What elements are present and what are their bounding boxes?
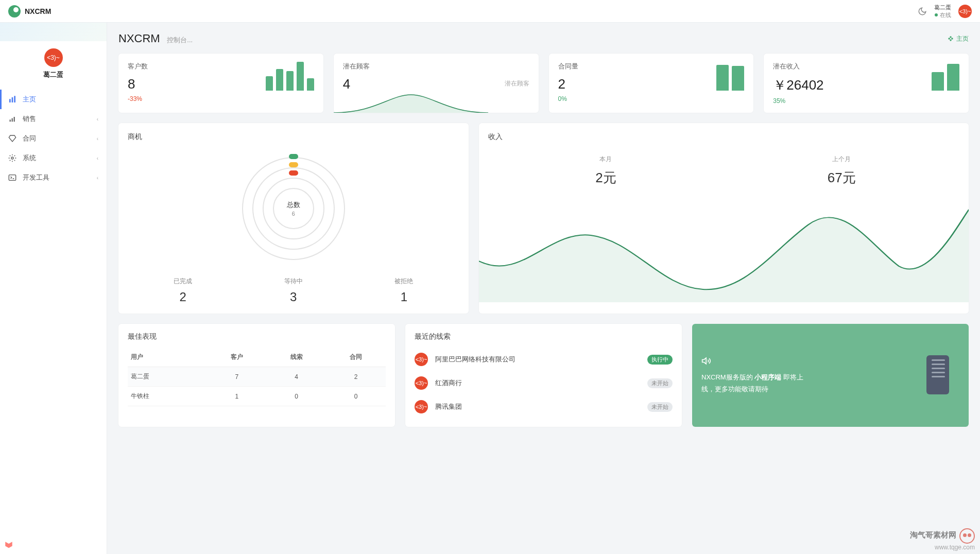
leads-card: 最近的线索 <3)~ 阿里巴巴网络科技有限公司 执行中<3)~ 红酒商行 未开始… [405,324,682,427]
header-user-meta[interactable]: 葛二蛋 在线 [934,4,951,19]
page-header: NXCRM 控制台... 主页 [118,32,969,45]
breadcrumb-home[interactable]: 主页 [947,34,969,43]
revenue-title: 收入 [488,132,959,142]
chevron-left-icon: ‹ [97,175,98,181]
svg-rect-2 [14,96,15,102]
revenue-col: 上个月67元 [724,155,959,187]
radial-chart: 总数 6 [242,157,345,260]
svg-point-11 [950,39,952,41]
svg-rect-7 [9,175,15,181]
opp-stat: 已完成2 [128,277,238,304]
status-badge: 未开始 [647,402,673,412]
spark-area-icon [334,92,488,113]
lead-row[interactable]: <3)~ 腾讯集团 未开始 [415,395,673,419]
svg-rect-3 [10,119,11,122]
sidebar-item-合同[interactable]: 合同‹ [0,129,107,148]
page-title: NXCRM [118,32,160,45]
table-header: 用户 [128,348,207,367]
sidebar-item-开发工具[interactable]: 开发工具‹ [0,168,107,187]
brand-name: NXCRM [25,7,51,15]
promo-text: NXCRM服务版的 小程序端 即将上线，更多功能敬请期待 [701,371,804,395]
lead-avatar: <3)~ [415,353,428,366]
diamond-icon [8,134,16,143]
spark-bars-icon [932,62,959,91]
chart-icon [8,115,16,123]
dashboard-icon [947,35,954,42]
radial-center-value: 6 [292,211,295,217]
kpi-card-合同量[interactable]: 合同量 2 0% [549,54,754,113]
sidebar-avatar[interactable]: <3)~ [44,48,63,67]
opportunity-title: 商机 [128,132,459,142]
best-table-title: 最佳表现 [128,332,386,341]
sidebar-nav: 主页销售‹合同‹系统‹开发工具‹ [0,90,107,187]
top-header: NXCRM 葛二蛋 在线 <3)~ [0,0,980,23]
dark-mode-icon[interactable] [918,7,927,16]
opp-stat: 被拒绝1 [349,277,459,304]
svg-rect-4 [12,118,13,122]
lead-row[interactable]: <3)~ 红酒商行 未开始 [415,371,673,395]
speaker-icon [701,356,712,366]
logo[interactable]: NXCRM [8,5,51,18]
laravel-icon [4,541,13,550]
table-header: 线索 [267,348,326,367]
header-status: 在线 [940,11,951,19]
header-avatar[interactable]: <3)~ [958,5,972,18]
opportunity-card: 商机 总数 6 已完成2等待 [118,123,469,314]
status-badge: 未开始 [647,378,673,388]
header-username: 葛二蛋 [934,4,951,11]
table-row[interactable]: 葛二蛋742 [128,367,386,387]
revenue-card: 收入 本月2元上个月67元 [479,123,969,314]
gear-icon [8,154,16,162]
sidebar-item-销售[interactable]: 销售‹ [0,109,107,129]
best-table-card: 最佳表现 用户客户线索合同 葛二蛋742牛铁柱100 [118,324,395,427]
sidebar-decor [0,23,107,41]
svg-point-10 [951,38,953,40]
sidebar-username: 葛二蛋 [0,70,107,79]
svg-rect-5 [14,117,15,122]
promo-card[interactable]: NXCRM服务版的 小程序端 即将上线，更多功能敬请期待 [692,324,969,427]
opp-stat: 等待中3 [238,277,349,304]
lead-row[interactable]: <3)~ 阿里巴巴网络科技有限公司 执行中 [415,348,673,371]
radial-center-label: 总数 [287,200,300,210]
chevron-left-icon: ‹ [97,155,98,161]
main-content: NXCRM 控制台... 主页 客户数 8 -33% 潜在顾客 4 潜在顾客 合… [107,23,980,554]
sidebar-item-系统[interactable]: 系统‹ [0,148,107,168]
revenue-col: 本月2元 [488,155,724,187]
svg-rect-0 [9,99,11,102]
table-row[interactable]: 牛铁柱100 [128,387,386,406]
terminal-icon [8,174,16,182]
kpi-card-潜在顾客[interactable]: 潜在顾客 4 潜在顾客 [334,54,539,113]
logo-icon [8,5,21,18]
revenue-area-chart [479,199,969,302]
status-dot-icon [935,13,938,16]
svg-rect-1 [12,97,13,102]
kpi-row: 客户数 8 -33% 潜在顾客 4 潜在顾客 合同量 2 0% 潜在收入 ￥26… [118,54,969,113]
chevron-left-icon: ‹ [97,116,98,122]
best-table: 用户客户线索合同 葛二蛋742牛铁柱100 [128,348,386,406]
spark-bars-icon [716,62,744,91]
lead-avatar: <3)~ [415,400,428,413]
table-header: 客户 [207,348,267,367]
sidebar-item-主页[interactable]: 主页 [0,90,107,109]
lead-avatar: <3)~ [415,376,428,390]
sidebar: <3)~ 葛二蛋 主页销售‹合同‹系统‹开发工具‹ [0,23,107,554]
bars-icon [8,95,16,103]
page-subtitle: 控制台... [167,36,193,44]
table-header: 合同 [326,348,386,367]
svg-point-6 [11,157,13,159]
kpi-card-潜在收入[interactable]: 潜在收入 ￥26402 35% [764,54,969,113]
chevron-left-icon: ‹ [97,136,98,142]
svg-point-8 [948,38,950,40]
promo-illustration [903,352,959,399]
spark-bars-icon [266,62,314,91]
leads-title: 最近的线索 [415,332,673,341]
status-badge: 执行中 [647,355,673,365]
kpi-card-客户数[interactable]: 客户数 8 -33% [118,54,323,113]
svg-point-9 [950,36,952,38]
